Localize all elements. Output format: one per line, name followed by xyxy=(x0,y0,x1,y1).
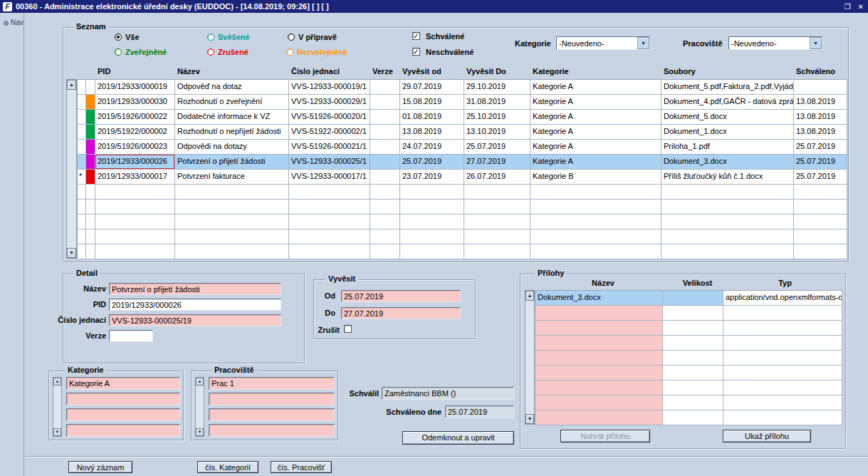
table-row[interactable] xyxy=(77,229,847,244)
pracoviste-list-item[interactable] xyxy=(209,424,335,437)
upload-attachment-button[interactable]: Nahrát přílohu xyxy=(560,430,650,443)
od-field[interactable]: 25.07.2019 xyxy=(341,290,461,302)
table-row[interactable]: 2019/51926/000023Odpovědi na dotazyVVS-5… xyxy=(77,140,847,155)
scroll-track[interactable] xyxy=(525,301,534,414)
attachment-row[interactable] xyxy=(535,321,842,336)
schvalil-field[interactable]: Zaměstnanci BBM () xyxy=(382,387,514,400)
checkbox-neschvalene[interactable]: ✓ Neschválené xyxy=(412,47,474,56)
attachment-row[interactable] xyxy=(535,336,842,351)
col-header-nazev[interactable]: Název xyxy=(175,65,289,79)
kategorie-list-item[interactable] xyxy=(66,408,180,421)
scroll-up-icon[interactable]: ▲ xyxy=(525,291,534,301)
table-row[interactable] xyxy=(77,185,847,200)
radio-nezverejnene[interactable]: Nezveřejněné xyxy=(286,47,347,56)
kategorie-list-item[interactable]: Kategorie A xyxy=(66,377,180,390)
table-row[interactable] xyxy=(77,200,847,214)
table-row[interactable]: 2019/51926/000022Dodatečné informace k V… xyxy=(77,110,847,125)
attachment-row[interactable] xyxy=(535,395,842,410)
scroll-down-icon[interactable]: ▼ xyxy=(53,428,61,436)
col-header-vyvesit-od[interactable]: Vyvěsit od xyxy=(400,65,464,79)
table-row[interactable]: 2019/12933/000019Odpověď na dotazVVS-129… xyxy=(77,80,847,95)
radio-svesene[interactable]: Svěšené xyxy=(207,32,250,41)
col-header-pid[interactable]: PID xyxy=(95,65,175,79)
table-row[interactable] xyxy=(77,214,847,229)
attachment-row[interactable] xyxy=(535,306,842,321)
scroll-down-icon[interactable]: ▼ xyxy=(67,248,76,258)
table-row[interactable] xyxy=(77,244,847,259)
cell-nazev xyxy=(175,229,289,244)
scroll-down-icon[interactable]: ▼ xyxy=(525,414,534,424)
window-close-button[interactable]: ✕ xyxy=(858,3,864,11)
table-row[interactable]: 2019/51922/000002Rozhodnutí o nepřijetí … xyxy=(77,125,847,140)
pracoviste-scrollbar[interactable]: ▲ ▼ xyxy=(195,377,204,437)
radio-vse[interactable]: Vše xyxy=(115,32,140,41)
scroll-track[interactable] xyxy=(53,386,61,428)
radio-zrusene[interactable]: Zrušené xyxy=(207,47,249,56)
new-record-button[interactable]: Nový záznam xyxy=(68,461,132,473)
scroll-track[interactable] xyxy=(196,386,204,428)
cislo-jednaci-field[interactable]: VVS-12933-000025/19 xyxy=(109,314,281,326)
kategorie-list-item[interactable] xyxy=(66,424,180,437)
kategorie-dropdown[interactable]: -Neuvedeno- ▼ xyxy=(556,36,650,50)
unlock-edit-button[interactable]: Odemknout a upravit xyxy=(402,431,514,445)
cell-do: 26.07.2019 xyxy=(464,170,530,185)
nazev-field[interactable]: Potvrzení o přijetí žádosti xyxy=(109,283,281,295)
col-header-schvaleno[interactable]: Schváleno xyxy=(794,65,847,79)
radio-v-priprave[interactable]: V připravě xyxy=(288,32,337,41)
cell-soubory: Dokument_5.pdf,Faktura_2.pdf,Vyjád xyxy=(662,80,794,95)
col-header-cislo-jednaci[interactable]: Číslo jednací xyxy=(289,65,370,79)
table-scrollbar[interactable]: ▲ ▼ xyxy=(66,79,77,259)
cell-nazev: Rozhodnutí o nepřijetí žádosti xyxy=(175,125,289,140)
cell-kategorie xyxy=(530,214,662,229)
do-label: Do xyxy=(284,309,335,317)
scroll-down-icon[interactable]: ▼ xyxy=(196,428,204,436)
pid-field[interactable]: 2019/12933/000026 xyxy=(109,299,281,311)
kategorie-scrollbar[interactable]: ▲ ▼ xyxy=(53,377,62,437)
col-header-kategorie[interactable]: Kategorie xyxy=(530,65,662,79)
attachment-row[interactable] xyxy=(535,366,842,381)
col-header-vyvesit-do[interactable]: Vyvěsit Do xyxy=(464,65,530,79)
categories-codelist-button[interactable]: čís. Kategorií xyxy=(197,461,258,473)
col-header-verze[interactable]: Verze xyxy=(370,65,400,79)
zrusit-checkbox[interactable] xyxy=(344,325,352,333)
nav-label[interactable]: Nav xyxy=(11,19,23,26)
chevron-down-icon[interactable]: ▼ xyxy=(637,37,649,49)
scroll-up-icon[interactable]: ▲ xyxy=(53,378,61,386)
cell-star xyxy=(77,214,86,229)
pracoviste-list-item[interactable]: Prac 1 xyxy=(209,377,335,390)
attachment-row[interactable] xyxy=(535,381,842,395)
table-row[interactable]: 2019/12933/000030Rozhodnutí o zveřejnění… xyxy=(77,95,847,110)
col-header-soubory[interactable]: Soubory xyxy=(662,65,794,79)
nav-icon[interactable] xyxy=(4,21,9,26)
verze-field[interactable] xyxy=(109,330,153,342)
table-row[interactable]: 2019/12933/000026Potvrzení o přijetí žád… xyxy=(77,155,847,170)
radio-zverejnene[interactable]: Zveřejněné xyxy=(115,47,167,56)
attachments-scrollbar[interactable]: ▲ ▼ xyxy=(525,290,535,425)
attachment-row[interactable]: Dokument_3.docxapplication/vnd.openxmlfo… xyxy=(535,291,842,306)
table-row[interactable]: *2019/12933/000017Potvrzení fakturaceVVS… xyxy=(77,170,847,185)
attachment-row[interactable] xyxy=(535,351,842,366)
chevron-down-icon[interactable]: ▼ xyxy=(810,37,822,49)
attachment-row[interactable] xyxy=(535,410,842,425)
records-table-body: 2019/12933/000019Odpověď na dotazVVS-129… xyxy=(77,79,847,259)
cell-kategorie xyxy=(530,229,662,244)
cell-soubory: Příliš žluťoučký kůň č.1.docx xyxy=(662,170,794,185)
prilohy-group: Přílohy Název Velikost Typ ▲ ▼ Dokument_… xyxy=(520,274,846,449)
workplaces-codelist-button[interactable]: čís. Pracovišť xyxy=(271,461,332,473)
attachments-body: Dokument_3.docxapplication/vnd.openxmlfo… xyxy=(535,290,842,425)
schvaleno-dne-field[interactable]: 25.07.2019 xyxy=(445,405,514,418)
scroll-track[interactable] xyxy=(67,90,76,248)
scroll-up-icon[interactable]: ▲ xyxy=(67,80,76,90)
scroll-up-icon[interactable]: ▲ xyxy=(196,378,204,386)
records-table: ▲ ▼ 2019/12933/000019Odpověď na dotazVVS… xyxy=(66,79,847,259)
pracoviste-dropdown[interactable]: -Neuvedeno- ▼ xyxy=(728,36,822,50)
pracoviste-group: Pracoviště ▲ ▼ Prac 1 xyxy=(191,371,338,440)
do-field[interactable]: 27.07.2019 xyxy=(341,307,461,319)
cell-nazev: Odpovědi na dotazy xyxy=(175,140,289,155)
kategorie-legend: Kategorie xyxy=(65,366,107,374)
show-attachment-button[interactable]: Ukaž přílohu xyxy=(723,430,811,443)
title-bar[interactable]: F 00360 - Administrace elektronické úřed… xyxy=(0,0,868,13)
kategorie-list-item[interactable] xyxy=(66,393,180,405)
checkbox-schvalene[interactable]: ✓ Schválené xyxy=(412,31,464,41)
window-restore-button[interactable]: ❐ xyxy=(845,3,851,11)
